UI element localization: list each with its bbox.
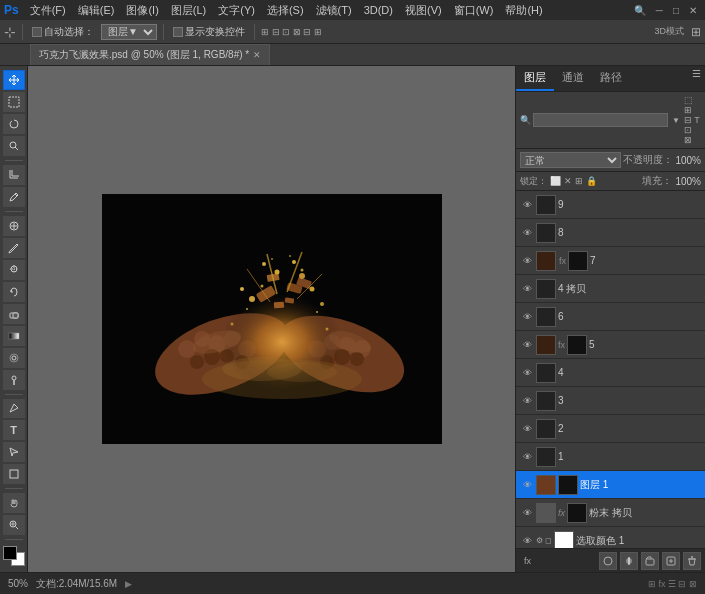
menu-window[interactable]: 窗口(W) (449, 1, 499, 20)
canvas-image (102, 194, 442, 444)
menu-3d[interactable]: 3D(D) (359, 2, 398, 18)
menu-help[interactable]: 帮助(H) (500, 1, 547, 20)
tool-select[interactable] (3, 92, 25, 112)
layer-row[interactable]: 👁 fx 粉末 拷贝 (516, 499, 705, 527)
new-layer-btn[interactable] (662, 552, 680, 570)
layer-row[interactable]: 👁 2 (516, 415, 705, 443)
add-mask-btn[interactable] (599, 552, 617, 570)
fx-btn[interactable]: fx (520, 556, 531, 566)
tool-heal[interactable] (3, 216, 25, 236)
tool-path-select[interactable] (3, 442, 25, 462)
delete-layer-btn[interactable] (683, 552, 701, 570)
group-layer-btn[interactable] (641, 552, 659, 570)
maximize-btn[interactable]: □ (669, 5, 683, 16)
tool-lasso[interactable] (3, 114, 25, 134)
adjustment-layer-btn[interactable] (620, 552, 638, 570)
auto-select-checkbox[interactable] (32, 27, 42, 37)
menu-file[interactable]: 文件(F) (25, 1, 71, 20)
lock-all-btn[interactable]: 🔒 (586, 176, 597, 186)
layer-row[interactable]: 👁 4 (516, 359, 705, 387)
tool-dodge[interactable] (3, 370, 25, 390)
layer-row[interactable]: 👁 ⚙ ◻ 选取颜色 1 (516, 527, 705, 548)
layer-row[interactable]: 👁 fx 7 (516, 247, 705, 275)
layer-visibility-btn[interactable]: 👁 (520, 310, 534, 324)
opacity-value[interactable]: 100% (675, 155, 701, 166)
layer-visibility-btn[interactable]: 👁 (520, 198, 534, 212)
layer-row[interactable]: 👁 1 (516, 443, 705, 471)
3d-mode-btn[interactable]: 3D模式 (651, 25, 687, 38)
tool-blur[interactable] (3, 348, 25, 368)
layer-mask-thumbnail (567, 503, 587, 523)
tab-paths[interactable]: 路径 (592, 66, 630, 91)
foreground-color-swatch[interactable] (3, 546, 17, 560)
menu-text[interactable]: 文字(Y) (213, 1, 260, 20)
lock-artboard-btn[interactable]: ⊞ (575, 176, 583, 186)
layer-visibility-btn[interactable]: 👁 (520, 478, 534, 492)
toolbar-move-icon[interactable]: ⊹ (4, 24, 16, 40)
tool-zoom[interactable] (3, 515, 25, 535)
layer-row[interactable]: 👁 9 (516, 191, 705, 219)
layer-row-selected[interactable]: 👁 图层 1 (516, 471, 705, 499)
svg-point-46 (249, 296, 255, 302)
tool-brush[interactable] (3, 238, 25, 258)
tab-channels[interactable]: 通道 (554, 66, 592, 91)
tool-text[interactable]: T (3, 420, 25, 440)
menu-layer[interactable]: 图层(L) (166, 1, 211, 20)
blend-mode-select[interactable]: 正常 (520, 152, 621, 168)
close-btn[interactable]: ✕ (685, 5, 701, 16)
tool-eraser[interactable] (3, 304, 25, 324)
tool-pen[interactable] (3, 399, 25, 419)
canvas-area[interactable] (28, 66, 515, 572)
layer-row[interactable]: 👁 8 (516, 219, 705, 247)
layer-row[interactable]: 👁 3 (516, 387, 705, 415)
menu-bar: Ps 文件(F) 编辑(E) 图像(I) 图层(L) 文字(Y) 选择(S) 滤… (0, 0, 705, 20)
panel-search-input[interactable] (533, 113, 668, 127)
tool-hand[interactable] (3, 493, 25, 513)
layer-row[interactable]: 👁 fx 5 (516, 331, 705, 359)
tool-gradient[interactable] (3, 326, 25, 346)
tool-move[interactable] (3, 70, 25, 90)
svg-point-49 (240, 287, 244, 291)
tool-quick-select[interactable] (3, 136, 25, 156)
menu-filter[interactable]: 滤镜(T) (311, 1, 357, 20)
lock-pixel-btn[interactable]: ⬜ (550, 176, 561, 186)
layer-visibility-btn[interactable]: 👁 (520, 450, 534, 464)
layer-visibility-btn[interactable]: 👁 (520, 282, 534, 296)
tool-shape[interactable] (3, 464, 25, 484)
layer-mask-thumbnail (558, 475, 578, 495)
tool-crop[interactable] (3, 165, 25, 185)
panel-toggle-btn[interactable]: ⊞ (691, 25, 701, 39)
layer-row[interactable]: 👁 4 拷贝 (516, 275, 705, 303)
layer-visibility-btn[interactable]: 👁 (520, 226, 534, 240)
search-icon[interactable]: 🔍 (630, 5, 650, 16)
transform-checkbox[interactable] (173, 27, 183, 37)
layer-visibility-btn[interactable]: 👁 (520, 254, 534, 268)
fill-value[interactable]: 100% (675, 176, 701, 187)
layer-row[interactable]: 👁 6 (516, 303, 705, 331)
layer-visibility-btn[interactable]: 👁 (520, 534, 534, 548)
layer-visibility-btn[interactable]: 👁 (520, 366, 534, 380)
document-tab[interactable]: 巧克力飞溅效果.psd @ 50% (图层 1, RGB/8#) * ✕ (30, 44, 270, 65)
tab-close-btn[interactable]: ✕ (253, 50, 261, 60)
status-arrow[interactable]: ▶ (125, 579, 132, 589)
menu-select[interactable]: 选择(S) (262, 1, 309, 20)
color-swatches[interactable] (3, 546, 25, 566)
doc-size: 文档:2.04M/15.6M (36, 577, 117, 591)
layer-visibility-btn[interactable]: 👁 (520, 338, 534, 352)
panel-menu-btn[interactable]: ☰ (688, 66, 705, 91)
menu-image[interactable]: 图像(I) (121, 1, 163, 20)
tool-eyedropper[interactable] (3, 187, 25, 207)
layer-visibility-btn[interactable]: 👁 (520, 422, 534, 436)
fill-label: 填充： (642, 174, 672, 188)
tool-clone[interactable] (3, 260, 25, 280)
layer-visibility-btn[interactable]: 👁 (520, 506, 534, 520)
tool-history[interactable] (3, 282, 25, 302)
lock-move-btn[interactable]: ✕ (564, 176, 572, 186)
auto-select-dropdown[interactable]: 图层▼ (101, 24, 157, 40)
minimize-btn[interactable]: ─ (652, 5, 667, 16)
menu-edit[interactable]: 编辑(E) (73, 1, 120, 20)
menu-view[interactable]: 视图(V) (400, 1, 447, 20)
layer-visibility-btn[interactable]: 👁 (520, 394, 534, 408)
tab-layers[interactable]: 图层 (516, 66, 554, 91)
transform-label: 显示变换控件 (170, 24, 248, 40)
